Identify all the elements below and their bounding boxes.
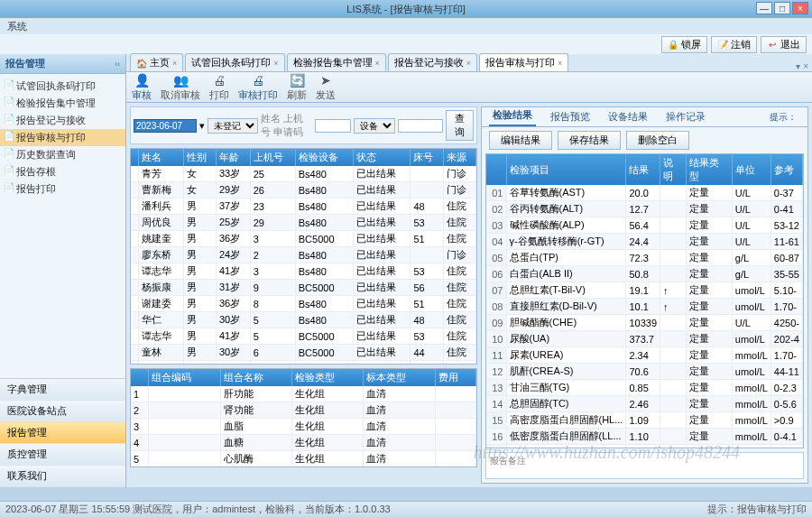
toolbar-3[interactable]: 🖨审核打印 (238, 73, 278, 102)
table-row[interactable]: 杨振康男31岁9BC5000已出结果56住院 (131, 280, 476, 296)
toolbar-4[interactable]: 🔄刷新 (287, 73, 307, 102)
table-row[interactable]: 谢建委男36岁8Bs480已出结果51住院 (131, 296, 476, 312)
col-header[interactable]: 结果类型 (686, 154, 732, 185)
sidebar-item-5[interactable]: 报告存根 (0, 163, 125, 180)
tabstrip-menu-icon[interactable]: ▾ × (796, 61, 808, 71)
save-result-button[interactable]: 保存结果 (558, 131, 621, 150)
table-row[interactable]: 潘利兵男37岁23Bs480已出结果48住院 (131, 198, 476, 215)
tab-1[interactable]: 试管回执条码打印× (185, 53, 284, 71)
toolbar-0[interactable]: 👤审核 (132, 73, 152, 102)
exit-button[interactable]: 退出 (761, 36, 807, 53)
sidebar-item-1[interactable]: 检验报告集中管理 (0, 95, 125, 112)
table-row[interactable]: 17葡萄糖(Glu-G)5.75定量mmol/L3.30- (486, 445, 803, 449)
date-input[interactable] (134, 119, 197, 133)
table-row[interactable]: 03碱性磷酸酶(ALP)56.4定量U/L53-12 (486, 217, 803, 234)
table-row[interactable]: 04γ-谷氨酰转移酶(r-GT)24.4定量U/L11-61 (486, 234, 803, 250)
col-header[interactable]: 说明 (660, 154, 687, 185)
table-row[interactable]: 02谷丙转氨酶(ALT)12.7定量U/L0-41 (486, 201, 803, 217)
result-tab-0[interactable]: 检验结果 (489, 106, 536, 126)
table-row[interactable]: 06白蛋白(ALB II)50.8定量g/L35-55 (486, 266, 803, 282)
toolbar-1[interactable]: 👥取消审核 (161, 73, 200, 102)
edit-result-button[interactable]: 编辑结果 (489, 131, 552, 150)
sidebar-section-0[interactable]: 字典管理 (0, 379, 125, 401)
tab-2[interactable]: 检验报告集中管理× (287, 53, 386, 71)
col-header[interactable]: 年龄 (216, 149, 250, 166)
sidebar-section-3[interactable]: 质控管理 (0, 444, 125, 466)
col-header[interactable]: 结果 (626, 154, 660, 185)
toolbar-5[interactable]: ➤发送 (316, 73, 336, 102)
col-header[interactable]: 状态 (353, 149, 411, 166)
tab-close-icon[interactable]: × (375, 59, 380, 68)
col-header[interactable]: 检验类型 (291, 369, 363, 386)
delete-blank-button[interactable]: 删除空白 (626, 131, 689, 150)
query-button[interactable]: 查询 (446, 110, 474, 141)
tab-0[interactable]: 主页× (130, 53, 183, 71)
table-row[interactable]: 4血糖生化组血清 (131, 435, 476, 451)
table-row[interactable]: 11尿素(UREA)2.34定量mmol/L1.70- (486, 347, 803, 364)
col-header[interactable]: 单位 (732, 154, 770, 185)
toolbar-2[interactable]: 🖨打印 (209, 73, 229, 102)
col-header[interactable]: 费用 (435, 369, 475, 386)
table-row[interactable]: 09胆碱酯酶(CHE)10339定量U/L4250- (486, 315, 803, 331)
col-header[interactable]: 标本类型 (364, 369, 435, 386)
table-row[interactable]: 廖东桥男24岁2Bs480已出结果门诊 (131, 247, 476, 263)
sidebar-section-1[interactable]: 医院设备站点 (0, 401, 125, 422)
col-header[interactable]: 检验项目 (506, 154, 626, 185)
minimize-button[interactable]: — (756, 2, 772, 14)
sidebar-section-2[interactable]: 报告管理 (0, 422, 125, 444)
result-tab-1[interactable]: 报告预览 (547, 107, 594, 126)
table-row[interactable]: 青芳女33岁25Bs480已出结果门诊 (131, 166, 476, 182)
sidebar-item-3[interactable]: 报告审核与打印 (0, 129, 125, 146)
collapse-icon[interactable]: ‹‹ (115, 60, 120, 69)
table-row[interactable]: 曹新梅女29岁26Bs480已出结果门诊 (131, 182, 476, 198)
report-remark[interactable]: 报告备注 (485, 452, 804, 479)
table-row[interactable]: 3血脂生化组血清 (131, 419, 476, 435)
col-header[interactable] (131, 369, 149, 386)
tab-3[interactable]: 报告登记与接收× (388, 53, 477, 71)
table-row[interactable]: 陈俊男34岁6Bs480已出结果47住院 (131, 361, 476, 365)
table-row[interactable]: 08直接胆红素(D-Bil-V)10.1↑定量umol/L1.70- (486, 299, 803, 315)
col-header[interactable] (131, 149, 138, 166)
col-header[interactable]: 检验设备 (295, 149, 353, 166)
table-row[interactable]: 谭志华男41岁5BC5000已出结果53住院 (131, 328, 476, 345)
menu-system[interactable]: 系统 (7, 21, 27, 32)
tab-close-icon[interactable]: × (558, 59, 562, 68)
col-header[interactable]: 床号 (411, 149, 443, 166)
logout-button[interactable]: 注销 (711, 36, 757, 53)
table-row[interactable]: 2肾功能生化组血清 (131, 402, 476, 419)
sidebar-item-0[interactable]: 试管回执条码打印 (0, 78, 125, 95)
table-row[interactable]: 12肌酐(CREA-S)70.6定量umol/L44-11 (486, 364, 803, 380)
col-header[interactable]: 参考 (770, 154, 802, 185)
table-row[interactable]: 华仁男30岁5Bs480已出结果48住院 (131, 312, 476, 328)
sidebar-item-2[interactable]: 报告登记与接收 (0, 112, 125, 129)
dropdown-icon[interactable]: ▾ (199, 120, 205, 132)
table-row[interactable]: 01谷草转氨酶(AST)20.0定量U/L0-37 (486, 185, 803, 201)
device-input[interactable] (398, 119, 443, 133)
sidebar-section-4[interactable]: 联系我们 (0, 466, 125, 487)
status-select[interactable]: 未登记 (208, 118, 258, 134)
device-select[interactable]: 设备 (354, 118, 395, 134)
col-header[interactable]: 组合名称 (220, 369, 291, 386)
col-header[interactable]: 来源 (443, 149, 475, 166)
col-header[interactable] (486, 154, 506, 185)
tab-4[interactable]: 报告审核与打印× (479, 53, 568, 71)
sidebar-item-6[interactable]: 报告打印 (0, 180, 125, 198)
table-row[interactable]: 姚建奎男36岁3BC5000已出结果51住院 (131, 231, 476, 247)
table-row[interactable]: 5心肌酶生化组血清 (131, 451, 476, 467)
result-tab-3[interactable]: 操作记录 (662, 107, 709, 126)
table-row[interactable]: 谭志华男41岁3Bs480已出结果53住院 (131, 263, 476, 280)
col-header[interactable]: 组合编码 (149, 369, 220, 386)
lock-button[interactable]: 锁屏 (661, 36, 707, 53)
search-input[interactable] (315, 119, 351, 133)
col-header[interactable]: 姓名 (138, 149, 183, 166)
sidebar-item-4[interactable]: 历史数据查询 (0, 146, 125, 163)
table-row[interactable]: 07总胆红素(T-Bil-V)19.1↑定量umol/L5.10- (486, 282, 803, 299)
close-button[interactable]: × (792, 2, 808, 14)
table-row[interactable]: 13甘油三酯(TG)0.85定量mmol/L0-2.3 (486, 380, 803, 396)
tab-close-icon[interactable]: × (466, 59, 471, 68)
result-tab-2[interactable]: 设备结果 (604, 107, 651, 126)
table-row[interactable]: 1肝功能生化组血清 (131, 386, 476, 402)
maximize-button[interactable]: □ (774, 2, 790, 14)
tab-close-icon[interactable]: × (273, 59, 278, 68)
col-header[interactable]: 性别 (183, 149, 216, 166)
